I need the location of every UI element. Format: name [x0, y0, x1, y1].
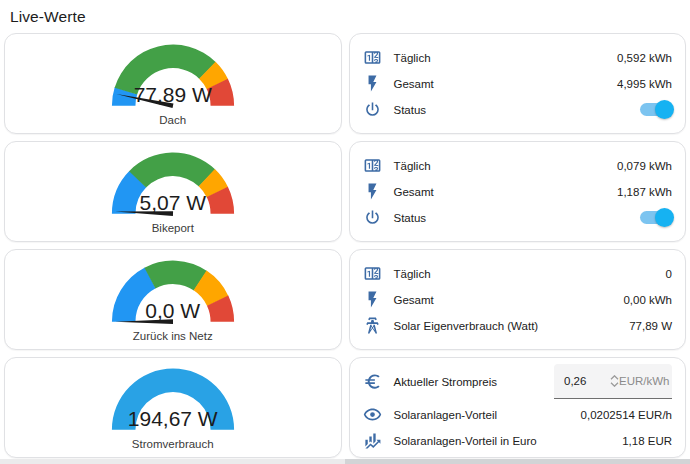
entity-name: Gesamt	[394, 186, 434, 198]
entity-name: Täglich	[394, 52, 431, 64]
entity-name: Solar Eigenverbrauch (Watt)	[394, 320, 539, 332]
currency-eur-icon	[363, 372, 382, 391]
gauge-label: Zurück ins Netz	[133, 330, 213, 342]
dashboard-grid: 77,89 WDachTäglich0,592 kWhGesamt4,995 k…	[4, 33, 686, 458]
entity-row-solaranlagen-vorteil-in-euro[interactable]: Solaranlagen-Vorteil in Euro1,18 EUR	[363, 428, 673, 454]
gauge-value: 0,0 W	[69, 299, 277, 323]
finance-icon	[363, 431, 382, 450]
entity-row-taglich[interactable]: Täglich0,592 kWh	[363, 45, 673, 71]
entity-row-solar-eigenverbrauch-watt[interactable]: Solar Eigenverbrauch (Watt)77,89 W	[363, 313, 673, 339]
status-toggle[interactable]	[640, 103, 672, 116]
entity-row-status[interactable]: Status	[363, 97, 673, 123]
gauge-zuruck-ins-netz: 0,0 W	[109, 258, 237, 328]
entity-card-2: Täglich0,079 kWhGesamt1,187 kWhStatus	[349, 141, 687, 242]
gauge-value: 77,89 W	[69, 83, 277, 107]
entity-row-taglich[interactable]: Täglich0,079 kWh	[363, 153, 673, 179]
entity-value: 1,187 kWh	[617, 186, 672, 198]
entity-name: Solaranlagen-Vorteil	[394, 409, 498, 421]
counter-icon	[363, 48, 382, 67]
gauge-stromverbrauch: 194,67 W	[109, 366, 237, 436]
strompreis-value-field[interactable]	[564, 375, 594, 387]
entity-row-gesamt[interactable]: Gesamt0,00 kWh	[363, 287, 673, 313]
gauge-label: Bikeport	[152, 222, 194, 234]
input-unit: EUR/kWh	[619, 375, 669, 387]
gauge-label: Dach	[159, 114, 186, 126]
counter-icon	[363, 156, 382, 175]
gauge-card-dach[interactable]: 77,89 WDach	[4, 33, 342, 134]
entity-value: 0,00 kWh	[623, 294, 672, 306]
page-title: Live-Werte	[10, 8, 86, 26]
gauge-label: Stromverbrauch	[132, 438, 214, 450]
toggle-thumb	[655, 100, 674, 119]
flash-icon	[363, 74, 382, 93]
power-icon	[363, 208, 382, 227]
gauge-card-stromverbrauch[interactable]: 194,67 WStromverbrauch	[4, 357, 342, 458]
gauge-bikeport: 5,07 W	[109, 150, 237, 220]
flash-icon	[363, 182, 382, 201]
entity-name: Status	[394, 104, 427, 116]
entity-name: Gesamt	[394, 294, 434, 306]
entity-value: 1,18 EUR	[622, 435, 672, 447]
entity-row-taglich[interactable]: Täglich0	[363, 261, 673, 287]
entity-row-solaranlagen-vorteil[interactable]: Solaranlagen-Vorteil0,0202514 EUR/h	[363, 402, 673, 428]
entity-value: 0,0202514 EUR/h	[581, 409, 672, 421]
entity-value: 77,89 W	[629, 320, 672, 332]
entity-name: Täglich	[394, 160, 431, 172]
entity-name: Status	[394, 212, 427, 224]
eye-icon	[363, 405, 382, 424]
entity-name: Gesamt	[394, 78, 434, 90]
counter-icon	[363, 264, 382, 283]
entity-name: Aktueller Strompreis	[394, 376, 498, 388]
entity-value: 0,079 kWh	[617, 160, 672, 172]
entity-card-1: Täglich0,592 kWhGesamt4,995 kWhStatus	[349, 33, 687, 134]
gauge-dach: 77,89 W	[109, 42, 237, 112]
gauge-card-bikeport[interactable]: 5,07 WBikeport	[4, 141, 342, 242]
entity-name: Solaranlagen-Vorteil in Euro	[394, 435, 537, 447]
entity-card-3: Täglich0Gesamt0,00 kWhSolar Eigenverbrau…	[349, 249, 687, 350]
entity-row-gesamt[interactable]: Gesamt1,187 kWh	[363, 179, 673, 205]
page-bottom-edge	[0, 459, 690, 464]
entity-value: 0	[666, 268, 672, 280]
flash-icon	[363, 290, 382, 309]
toggle-thumb	[655, 208, 674, 227]
entity-row-gesamt[interactable]: Gesamt4,995 kWh	[363, 71, 673, 97]
entity-card-4: Aktueller StrompreisEUR/kWhSolaranlagen-…	[349, 357, 687, 458]
strompreis-input[interactable]: EUR/kWh	[554, 364, 672, 399]
number-stepper[interactable]	[610, 375, 619, 387]
entity-value: 4,995 kWh	[617, 78, 672, 90]
transmission-tower-icon	[363, 316, 382, 335]
entity-row-aktueller-strompreis[interactable]: Aktueller StrompreisEUR/kWh	[363, 362, 673, 402]
entity-value: 0,592 kWh	[617, 52, 672, 64]
gauge-value: 194,67 W	[69, 407, 277, 431]
status-toggle[interactable]	[640, 211, 672, 224]
gauge-card-zuruck-ins-netz[interactable]: 0,0 WZurück ins Netz	[4, 249, 342, 350]
entity-row-status[interactable]: Status	[363, 205, 673, 231]
gauge-value: 5,07 W	[69, 191, 277, 215]
power-icon	[363, 100, 382, 119]
entity-name: Täglich	[394, 268, 431, 280]
